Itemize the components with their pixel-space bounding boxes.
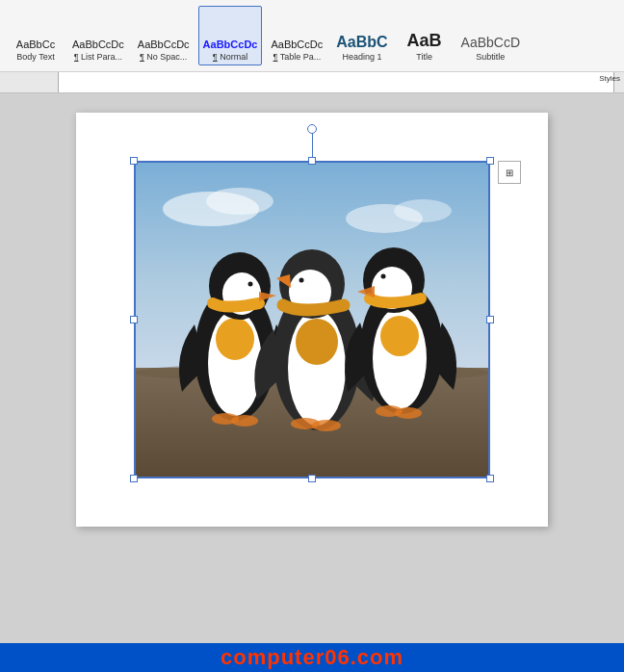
handle-bottom-middle[interactable] — [308, 475, 316, 482]
style-body-text-preview: AaBbCc — [16, 39, 55, 51]
style-normal[interactable]: AaBbCcDc ¶ Normal — [198, 6, 263, 65]
style-table-para-label: ¶ Table Pa... — [273, 53, 321, 63]
rotate-handle[interactable] — [307, 124, 317, 134]
svg-point-4 — [394, 199, 452, 222]
svg-point-2 — [206, 188, 273, 215]
handle-bottom-right[interactable] — [486, 475, 494, 482]
style-heading1-label: Heading 1 — [342, 53, 381, 63]
svg-point-31 — [381, 274, 386, 279]
handle-bottom-left[interactable] — [130, 475, 138, 482]
handle-top-right[interactable] — [486, 157, 494, 165]
svg-point-18 — [296, 319, 338, 365]
watermark-bar: computer06.com — [0, 643, 624, 672]
handle-top-left[interactable] — [130, 157, 138, 165]
style-table-para[interactable]: AaBbCcDc ¶ Table Pa... — [266, 6, 327, 65]
ruler-inner — [58, 72, 614, 92]
style-list-para-label: ¶ List Para... — [74, 53, 122, 63]
watermark-text: computer06.com — [221, 645, 403, 670]
style-body-text[interactable]: AaBbCc Body Text — [8, 6, 64, 65]
style-list-para[interactable]: AaBbCcDc ¶ List Para... — [67, 6, 129, 65]
style-normal-label: ¶ Normal — [213, 53, 247, 63]
document-page: ⊞ — [76, 113, 548, 527]
handle-middle-right[interactable] — [486, 316, 494, 323]
penguin-image — [134, 161, 490, 478]
ruler: ⌐ Styles — [0, 72, 624, 93]
svg-point-33 — [395, 407, 422, 419]
style-list-para-preview: AaBbCcDc — [72, 39, 124, 51]
handle-top-middle[interactable] — [308, 157, 316, 165]
rotate-handle-line — [312, 132, 313, 157]
style-subtitle-preview: AaBbCcD — [461, 35, 520, 51]
image-container[interactable]: ⊞ — [134, 161, 490, 478]
penguin-scene-svg — [134, 161, 490, 478]
document-area: ⊞ — [0, 93, 624, 643]
style-no-spac[interactable]: AaBbCcDc ¶ No Spac... — [133, 6, 195, 65]
style-body-text-label: Body Text — [16, 53, 54, 63]
style-title-label: Title — [416, 53, 432, 63]
svg-point-27 — [380, 316, 419, 356]
svg-point-13 — [248, 282, 253, 287]
style-no-spac-preview: AaBbCcDc — [138, 39, 190, 51]
style-normal-preview: AaBbCcDc — [203, 39, 258, 51]
style-title[interactable]: AaB Title — [397, 6, 453, 65]
style-table-para-preview: AaBbCcDc — [271, 39, 323, 51]
svg-point-15 — [231, 415, 258, 426]
svg-point-22 — [299, 278, 304, 283]
layout-options-button[interactable]: ⊞ — [498, 161, 521, 184]
style-subtitle-label: Subtitle — [476, 53, 505, 63]
handle-middle-left[interactable] — [130, 316, 138, 323]
svg-point-24 — [312, 420, 341, 431]
styles-toolbar: AaBbCc Body Text AaBbCcDc ¶ List Para...… — [0, 0, 624, 72]
style-title-preview: AaB — [407, 31, 442, 52]
style-subtitle[interactable]: AaBbCcD Subtitle — [456, 6, 525, 65]
styles-section-label: Styles — [599, 74, 620, 83]
svg-point-9 — [216, 318, 254, 360]
style-heading1-preview: AaBbC — [336, 33, 387, 51]
layout-options-icon: ⊞ — [506, 168, 513, 178]
style-no-spac-label: ¶ No Spac... — [140, 53, 187, 63]
style-heading1[interactable]: AaBbC Heading 1 — [331, 6, 392, 65]
